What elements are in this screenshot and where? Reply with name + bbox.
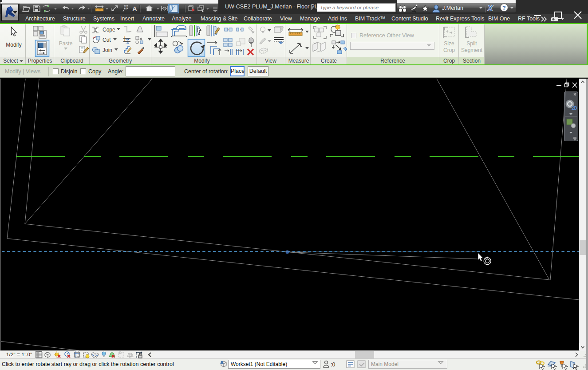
svg-text:A: A [132, 5, 137, 12]
svg-text:X: X [487, 4, 493, 12]
svg-text:Paste: Paste [59, 40, 73, 47]
svg-text:Measure: Measure [288, 58, 309, 64]
svg-text:Crop: Crop [443, 47, 455, 53]
svg-text:View: View [265, 58, 276, 64]
svg-text:Cut: Cut [103, 37, 111, 43]
svg-text:1: 1 [125, 6, 127, 9]
svg-text:Segment: Segment [461, 47, 483, 53]
svg-text:Cope: Cope [103, 27, 115, 33]
svg-text:Select: Select [3, 58, 18, 64]
svg-text:Properties: Properties [28, 58, 52, 64]
svg-text:Crop: Crop [443, 58, 455, 64]
svg-text:J.Merlan: J.Merlan [442, 5, 463, 11]
svg-text:2D: 2D [572, 106, 577, 111]
svg-text::0: :0 [331, 362, 335, 368]
svg-text:Section: Section [463, 58, 481, 64]
svg-text:Modify: Modify [6, 42, 21, 48]
svg-text:Size: Size [444, 40, 454, 47]
svg-text:Reference Other View: Reference Other View [359, 32, 414, 39]
svg-text:Modify: Modify [194, 58, 209, 64]
svg-text:Reference: Reference [380, 58, 405, 64]
svg-text:?: ? [502, 5, 506, 11]
svg-text:Split: Split [466, 40, 477, 47]
svg-text:Geometry: Geometry [109, 58, 132, 64]
svg-text:Join: Join [103, 47, 112, 53]
svg-text:Create: Create [321, 58, 337, 64]
svg-text:Clipboard: Clipboard [60, 58, 83, 64]
